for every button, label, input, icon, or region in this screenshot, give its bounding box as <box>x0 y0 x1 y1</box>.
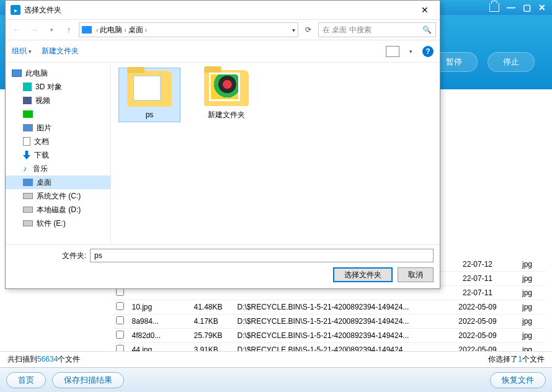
tree-music[interactable]: ♪音乐 <box>6 162 110 176</box>
foldername-label: 文件夹: <box>12 251 86 261</box>
stop-button[interactable]: 停止 <box>487 52 535 72</box>
selection-status: 你选择了1个文件 <box>488 354 545 365</box>
folder-pane[interactable]: ps 新建文件夹 <box>111 63 440 244</box>
new-folder-button[interactable]: 新建文件夹 <box>42 46 79 56</box>
bc-desktop[interactable]: 桌面 <box>128 25 143 35</box>
maximize-button[interactable]: ▢ <box>523 2 531 12</box>
breadcrumb[interactable]: › 此电脑 › 桌面 › ▾ <box>79 22 298 37</box>
status-bar: 共扫描到56634个文件 你选择了1个文件 <box>0 351 552 367</box>
search-input[interactable]: 在 桌面 中搜索 🔍 <box>318 22 436 37</box>
up-button[interactable]: ↑ <box>61 22 76 37</box>
tree-drive-c[interactable]: 系统文件 (C:) <box>6 189 110 203</box>
recover-button[interactable]: 恢复文件 <box>490 372 546 388</box>
drive-icon <box>23 193 33 199</box>
pictures-icon <box>23 124 33 131</box>
chevron-right-icon: › <box>96 27 98 33</box>
row-checkbox[interactable] <box>116 331 124 339</box>
tree-drive-d[interactable]: 本地磁盘 (D:) <box>6 203 110 216</box>
chevron-right-icon: › <box>145 27 147 33</box>
dialog-close-button[interactable]: ✕ <box>412 1 437 19</box>
tree-videos[interactable]: 视频 <box>6 94 110 107</box>
table-row[interactable]: 10.jpg41.48KBD:\$RECYCLE.BIN\S-1-5-21-42… <box>112 300 546 314</box>
row-checkbox[interactable] <box>116 302 124 310</box>
folder-icon <box>204 70 249 106</box>
iqiyi-icon <box>23 110 33 118</box>
select-folder-button[interactable]: 选择文件夹 <box>333 267 393 282</box>
desktop-icon <box>23 179 33 186</box>
minimize-button[interactable]: — <box>507 2 515 12</box>
chevron-down-icon[interactable]: ▾ <box>409 48 412 55</box>
folder-ps[interactable]: ps <box>118 68 180 122</box>
nav-tree: 此电脑 3D 对象 视频 图片 文档 下载 ♪音乐 桌面 系统文件 (C:) 本… <box>6 63 111 244</box>
folder-dialog: ▸ 选择文件夹 ✕ ← → ▾ ↑ › 此电脑 › 桌面 › ▾ ⟳ 在 桌面 … <box>5 0 440 289</box>
foldername-input[interactable] <box>90 249 434 262</box>
folder-icon <box>127 71 172 107</box>
tree-drive-e[interactable]: 软件 (E:) <box>6 216 110 230</box>
cart-icon[interactable] <box>489 3 499 12</box>
tree-3d-objects[interactable]: 3D 对象 <box>6 80 110 94</box>
dialog-titlebar: ▸ 选择文件夹 ✕ <box>6 1 440 19</box>
folder-label: 新建文件夹 <box>208 110 245 120</box>
tree-iqiyi[interactable] <box>6 107 110 121</box>
back-button[interactable]: ← <box>9 22 24 37</box>
chevron-right-icon: › <box>124 27 126 33</box>
close-button[interactable]: ✕ <box>538 2 546 12</box>
table-row[interactable]: 8a984...4.17KBD:\$RECYCLE.BIN\S-1-5-21-4… <box>112 314 546 329</box>
drive-icon <box>23 207 33 213</box>
tree-desktop[interactable]: 桌面 <box>6 176 110 189</box>
save-scan-button[interactable]: 保存扫描结果 <box>52 372 124 388</box>
table-row[interactable]: 4f82d0...25.79KBD:\$RECYCLE.BIN\S-1-5-21… <box>112 329 546 343</box>
bc-pc[interactable]: 此电脑 <box>100 25 122 35</box>
video-icon <box>23 97 32 104</box>
dialog-title: 选择文件夹 <box>24 5 412 16</box>
dialog-footer: 文件夹: 选择文件夹 取消 <box>6 244 440 288</box>
tree-this-pc[interactable]: 此电脑 <box>6 66 110 80</box>
home-button[interactable]: 首页 <box>6 372 46 388</box>
chevron-down-icon[interactable]: ▾ <box>292 27 295 33</box>
search-icon: 🔍 <box>422 25 432 34</box>
download-icon <box>23 151 30 159</box>
dialog-navbar: ← → ▾ ↑ › 此电脑 › 桌面 › ▾ ⟳ 在 桌面 中搜索 🔍 <box>6 19 440 40</box>
pc-icon <box>82 26 92 33</box>
music-icon: ♪ <box>23 164 29 173</box>
forward-button[interactable]: → <box>27 22 42 37</box>
tree-pictures[interactable]: 图片 <box>6 121 110 135</box>
folder-label: ps <box>146 110 154 119</box>
pc-icon <box>12 69 22 77</box>
folder-new[interactable]: 新建文件夹 <box>195 68 257 123</box>
bottom-bar: 首页 保存扫描结果 恢复文件 <box>0 367 552 392</box>
help-icon[interactable]: ? <box>422 46 434 57</box>
dialog-toolbar: 组织 新建文件夹 ▾ ? <box>6 40 440 63</box>
cube-icon <box>23 82 32 91</box>
tree-downloads[interactable]: 下载 <box>6 148 110 162</box>
organize-menu[interactable]: 组织 <box>12 46 32 56</box>
view-mode-button[interactable] <box>386 46 399 57</box>
drive-icon <box>23 220 33 226</box>
document-icon <box>23 137 30 146</box>
cancel-button[interactable]: 取消 <box>398 267 434 282</box>
refresh-button[interactable]: ⟳ <box>301 25 316 34</box>
app-icon: ▸ <box>11 5 20 15</box>
row-checkbox[interactable] <box>116 316 124 324</box>
recent-dropdown[interactable]: ▾ <box>44 22 59 37</box>
tree-documents[interactable]: 文档 <box>6 135 110 148</box>
scan-status: 共扫描到56634个文件 <box>7 354 80 365</box>
